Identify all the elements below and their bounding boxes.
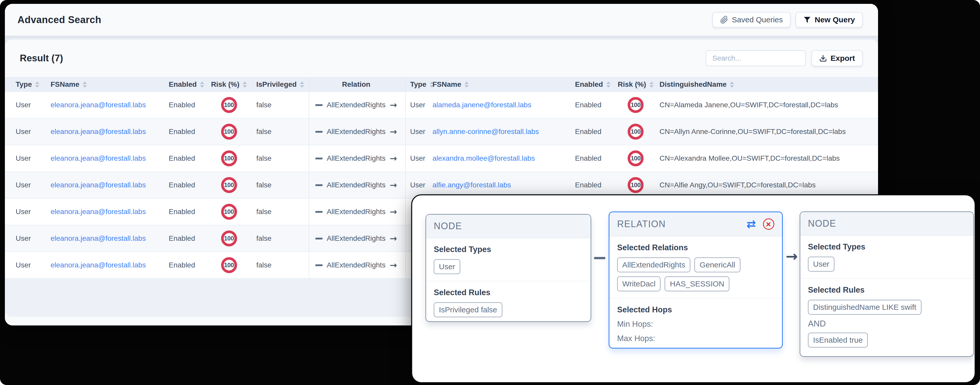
target-node-rule-chips: DistinguishedName LIKE swiftANDIsEnabled… (808, 300, 966, 347)
fsname-link[interactable]: alexandra.mollee@forestall.labs (433, 154, 535, 162)
selection-chip[interactable]: User (808, 257, 834, 272)
column-header-label: FSName (433, 80, 461, 89)
cell-src-type: User (5, 208, 49, 216)
cell-dst-type: User (406, 181, 430, 189)
sort-icon[interactable] (83, 82, 87, 87)
cell-dst-risk: 100 (616, 124, 655, 139)
relation-card[interactable]: RELATION ⇄ × Selected Relations AllExten… (609, 211, 783, 349)
fsname-link[interactable]: allyn.anne-corinne@forestall.labs (433, 128, 539, 136)
relation-dash-icon (315, 184, 323, 186)
cell-relation: AllExtendedRights → (309, 172, 406, 198)
cell-src-type: User (5, 181, 49, 189)
column-header[interactable]: Risk (%) (616, 80, 655, 89)
sort-icon[interactable] (730, 82, 734, 87)
cell-dst-enabled: Enabled (573, 101, 616, 109)
column-header[interactable]: FSName (430, 80, 573, 89)
risk-badge: 100 (221, 177, 237, 193)
sort-icon[interactable] (243, 82, 247, 87)
rule-chip[interactable]: IsPrivileged false (434, 303, 502, 317)
relation-arrow-icon: → (390, 153, 397, 163)
table-row[interactable]: User eleanora.jeana@forestall.labs Enabl… (5, 145, 878, 172)
relation-label: AllExtendedRights (323, 261, 390, 269)
column-header-label: Enabled (575, 80, 603, 89)
selection-chip[interactable]: HAS_SESSION (665, 276, 729, 292)
fsname-link[interactable]: eleanora.jeana@forestall.labs (51, 234, 146, 242)
selection-chip[interactable]: User (434, 259, 460, 274)
title-bar: Advanced Search Saved Queries New Query (5, 4, 878, 36)
column-header[interactable]: Enabled (573, 80, 616, 89)
selection-chip[interactable]: WriteDacl (617, 276, 660, 292)
fsname-link[interactable]: alfie.angy@forestall.labs (433, 181, 511, 189)
target-node-card[interactable]: NODE Selected Types User Selected Rules … (800, 211, 974, 357)
cell-src-fsname: eleanora.jeana@forestall.labs (49, 234, 164, 242)
sort-icon[interactable] (649, 82, 654, 87)
column-header[interactable]: Enabled (164, 80, 208, 89)
cell-src-fsname: eleanora.jeana@forestall.labs (49, 208, 164, 216)
relation-card-header: RELATION ⇄ × (609, 212, 782, 236)
sort-icon[interactable] (606, 82, 611, 87)
target-node-rules-section: Selected Rules DistinguishedName LIKE sw… (800, 278, 973, 354)
cell-dst-risk: 100 (616, 177, 655, 193)
cell-dst-dn: CN=Alfie Angy,OU=SWIFT,DC=forestall,DC=l… (655, 181, 878, 189)
fsname-link[interactable]: eleanora.jeana@forestall.labs (51, 181, 146, 189)
selection-chip[interactable]: GenericAll (694, 257, 740, 273)
source-node-card-header: NODE (426, 215, 591, 238)
source-node-card[interactable]: NODE Selected Types User Selected Rules … (426, 214, 591, 322)
cell-src-type: User (5, 261, 49, 269)
column-header: Relation (309, 77, 406, 92)
sort-icon[interactable] (300, 82, 304, 87)
fsname-link[interactable]: alameda.janene@forestall.labs (433, 101, 531, 109)
source-node-types-section: Selected Types User (426, 238, 591, 281)
column-header[interactable]: IsPrivileged (250, 80, 309, 89)
cell-src-privileged: false (250, 234, 309, 242)
selected-types-label: Selected Types (434, 245, 583, 254)
filter-icon (803, 16, 811, 24)
sort-icon[interactable] (200, 82, 204, 87)
fsname-link[interactable]: eleanora.jeana@forestall.labs (51, 208, 146, 215)
cell-dst-dn: CN=Allyn Anne-Corinne,OU=SWIFT,DC=forest… (655, 128, 878, 136)
new-query-button[interactable]: New Query (795, 12, 863, 27)
relation-chips: AllExtendedRightsGenericAllWriteDaclHAS_… (617, 257, 774, 292)
cell-dst-fsname: alexandra.mollee@forestall.labs (430, 154, 573, 162)
relation-label: AllExtendedRights (323, 234, 390, 242)
cell-dst-type: User (406, 101, 430, 109)
table-row[interactable]: User eleanora.jeana@forestall.labs Enabl… (5, 119, 878, 145)
cell-relation: AllExtendedRights → (309, 225, 406, 252)
column-header[interactable]: Type (5, 80, 49, 89)
cell-dst-enabled: Enabled (573, 181, 616, 189)
cell-src-enabled: Enabled (164, 181, 208, 189)
selected-relations-label: Selected Relations (617, 243, 774, 252)
rule-chip[interactable]: IsEnabled true (808, 333, 868, 347)
fsname-link[interactable]: eleanora.jeana@forestall.labs (51, 154, 146, 162)
fsname-link[interactable]: eleanora.jeana@forestall.labs (51, 261, 146, 269)
swap-direction-icon[interactable]: ⇄ (746, 219, 756, 230)
table-row[interactable]: User eleanora.jeana@forestall.labs Enabl… (5, 92, 878, 119)
cell-src-enabled: Enabled (164, 154, 208, 162)
relation-header-icons: ⇄ × (746, 219, 774, 230)
rule-chip[interactable]: DistinguishedName LIKE swift (808, 300, 921, 315)
cell-src-privileged: false (250, 154, 309, 162)
remove-relation-icon[interactable]: × (763, 219, 774, 230)
column-header[interactable]: DistinguishedName (655, 80, 878, 89)
saved-queries-button[interactable]: Saved Queries (713, 12, 791, 27)
fsname-link[interactable]: eleanora.jeana@forestall.labs (51, 101, 146, 109)
fsname-link[interactable]: eleanora.jeana@forestall.labs (51, 128, 146, 136)
cell-src-enabled: Enabled (164, 261, 208, 269)
relation-card-title: RELATION (617, 219, 666, 230)
cell-dst-type: User (406, 154, 430, 162)
search-input[interactable] (706, 50, 806, 66)
cell-dst-risk: 100 (616, 151, 655, 166)
cell-dst-fsname: alfie.angy@forestall.labs (430, 181, 573, 189)
column-header-label: IsPrivileged (256, 80, 297, 89)
export-button[interactable]: Export (811, 50, 863, 66)
column-header[interactable]: Type (406, 80, 430, 89)
column-header[interactable]: Risk (%) (208, 80, 250, 89)
relation-dash-icon (315, 131, 323, 133)
relation-arrow-icon: → (390, 180, 397, 190)
sort-icon[interactable] (465, 82, 469, 87)
column-header-label: Risk (%) (211, 80, 239, 89)
column-header[interactable]: FSName (49, 80, 164, 89)
selection-chip[interactable]: AllExtendedRights (617, 257, 690, 273)
target-node-types-section: Selected Types User (800, 236, 973, 278)
sort-icon[interactable] (35, 82, 39, 87)
